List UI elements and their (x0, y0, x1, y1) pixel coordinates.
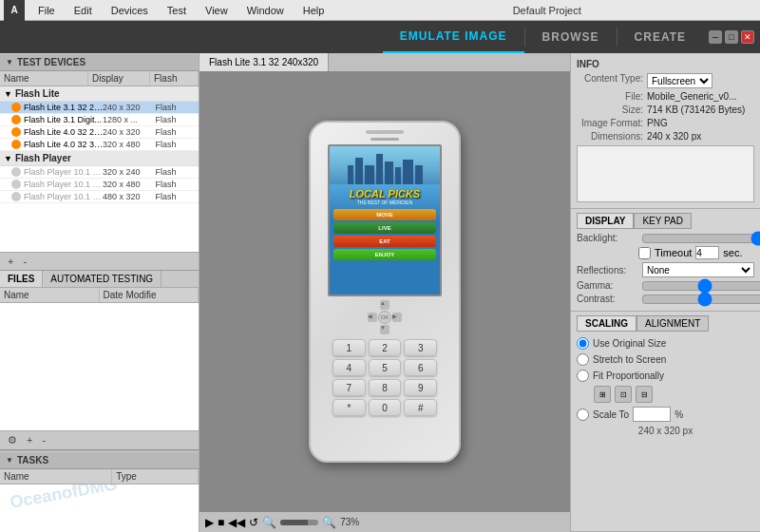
local-picks-text: LOCAL PICKS (332, 188, 438, 200)
fit-prop-radio[interactable] (577, 370, 589, 382)
image-format-row: Image Format: PNG (577, 118, 754, 128)
zoom-slider[interactable] (280, 520, 318, 525)
rewind-icon[interactable]: ◀◀ (228, 516, 245, 529)
building (365, 165, 374, 184)
dpad-down[interactable]: ▼ (380, 325, 390, 334)
files-add-btn[interactable]: + (25, 434, 34, 446)
use-original-radio[interactable] (577, 337, 589, 350)
key-3[interactable]: 3 (404, 339, 437, 356)
menu-test[interactable]: Test (162, 3, 192, 18)
key-2[interactable]: 2 (369, 339, 402, 356)
timeout-row: Timeout sec. (638, 246, 754, 259)
reflections-select[interactable]: None (642, 262, 754, 277)
files-sep-btn[interactable]: - (40, 434, 48, 446)
scale-to-input[interactable] (633, 407, 671, 422)
scale-icon-3[interactable]: ⊟ (636, 386, 653, 403)
key-6[interactable]: 6 (404, 359, 437, 376)
dimensions-value: 240 x 320 px (647, 131, 754, 142)
tasks-table-header: Name Type (0, 469, 199, 484)
dpad-right[interactable]: ▶ (392, 313, 402, 322)
minimize-button[interactable]: ─ (709, 30, 722, 44)
stretch-radio[interactable] (577, 353, 589, 366)
device-row[interactable]: Flash Lite 4.0 32 32... 320 x 480 Flash (0, 139, 199, 151)
automated-testing-tab[interactable]: AUTOMATED TESTING (43, 271, 162, 287)
timeout-input[interactable] (695, 246, 719, 259)
backlight-slider[interactable] (642, 234, 760, 243)
key-8[interactable]: 8 (369, 379, 402, 396)
remove-device-btn[interactable]: - (21, 256, 28, 267)
device-row[interactable]: Flash Player 10.1 3... 480 x 320 Flash (0, 191, 199, 203)
device-display: 480 x 320 (103, 192, 155, 201)
scale-icon-2[interactable]: ⊡ (615, 386, 632, 403)
watermark: OceanofDMG (9, 484, 119, 513)
maximize-button[interactable]: □ (725, 30, 738, 44)
group-flash-lite[interactable]: ▼ Flash Lite (0, 86, 199, 102)
timeout-checkbox[interactable] (638, 247, 651, 259)
files-tab[interactable]: FILES (0, 271, 43, 287)
display-tab[interactable]: DISPLAY (577, 213, 634, 229)
emulate-image-btn[interactable]: EMULATE IMAGE (383, 21, 524, 53)
keypad-tab[interactable]: KEY PAD (634, 213, 691, 229)
refresh-icon[interactable]: ↺ (249, 516, 258, 529)
device-row[interactable]: Flash Player 10.1 3... 320 x 480 Flash (0, 179, 199, 191)
key-0[interactable]: 0 (369, 399, 402, 416)
close-button[interactable]: ✕ (741, 30, 754, 44)
device-row[interactable]: Flash Lite 4.0 32 240... 240 x 320 Flash (0, 126, 199, 139)
play-icon[interactable]: ▶ (205, 516, 214, 529)
menubar: A File Edit Devices Test View Window Hel… (0, 0, 760, 21)
center-tabbar: Flash Lite 3.1 32 240x320 (200, 53, 570, 72)
screen-btn-move[interactable]: MOVE (333, 209, 436, 220)
key-1[interactable]: 1 (332, 339, 366, 356)
group-label-flash-lite: Flash Lite (15, 88, 60, 99)
menu-view[interactable]: View (200, 3, 234, 18)
key-star[interactable]: * (332, 399, 366, 416)
browse-btn[interactable]: BROWSE (525, 21, 617, 53)
files-toolbar: ⚙ + - (0, 430, 199, 450)
files-gear-btn[interactable]: ⚙ (6, 434, 19, 446)
menu-help[interactable]: Help (297, 3, 331, 18)
zoom-in-icon[interactable]: 🔍 (322, 516, 336, 529)
stop-icon[interactable]: ■ (218, 516, 224, 529)
scale-to-label: Scale To (593, 409, 629, 420)
device-row[interactable]: Flash Player 10.1 3... 320 x 240 Flash (0, 166, 199, 179)
scale-to-unit: % (674, 409, 683, 420)
menu-file[interactable]: File (32, 3, 61, 18)
scale-to-radio[interactable] (577, 408, 589, 421)
key-5[interactable]: 5 (369, 359, 402, 376)
group-expand-icon-2: ▼ (4, 154, 12, 163)
screen-btn-eat[interactable]: EAT (333, 236, 436, 247)
device-display: 240 x 320 (103, 103, 155, 112)
dpad-up[interactable]: ▲ (380, 300, 390, 310)
dpad-center[interactable]: OK (378, 311, 391, 324)
screen-title-area: LOCAL PICKS THE BEST OF MERIDIEN (330, 184, 440, 207)
group-flash-player[interactable]: ▼ Flash Player (0, 151, 199, 166)
device-row[interactable]: Flash Lite 3.1 Digit... 1280 x ... Flash (0, 114, 199, 126)
info-preview-box (577, 145, 754, 202)
screen-btn-live[interactable]: LIVE (333, 222, 436, 234)
scale-to-row: Scale To % (577, 407, 754, 422)
menu-window[interactable]: Window (241, 3, 290, 18)
gamma-slider[interactable] (642, 281, 760, 291)
key-9[interactable]: 9 (404, 379, 437, 396)
key-4[interactable]: 4 (332, 359, 366, 376)
key-hash[interactable]: # (404, 399, 437, 416)
add-device-btn[interactable]: + (6, 256, 15, 267)
building (403, 160, 413, 184)
content-type-select[interactable]: Fullscreen (647, 73, 712, 88)
dpad-left[interactable]: ◀ (368, 313, 377, 322)
scale-icon-1[interactable]: ⊞ (594, 386, 611, 403)
alignment-tab[interactable]: ALIGNMENT (636, 315, 709, 332)
contrast-slider[interactable] (642, 294, 760, 304)
scaling-tab[interactable]: SCALING (577, 315, 636, 332)
create-btn[interactable]: CREATE (618, 21, 703, 53)
device-table-header: Name Display Flash (0, 71, 199, 86)
center-tab-active[interactable]: Flash Lite 3.1 32 240x320 (200, 53, 329, 71)
key-7[interactable]: 7 (332, 379, 366, 396)
device-row[interactable]: Flash Lite 3.1 32 240... 240 x 320 Flash (0, 102, 199, 114)
zoom-out-icon[interactable]: 🔍 (262, 516, 276, 529)
tasks-section: ▼ TASKS Name Type OceanofDMG (0, 450, 199, 532)
gamma-label: Gamma: (577, 280, 638, 291)
menu-devices[interactable]: Devices (105, 3, 154, 18)
screen-btn-enjoy[interactable]: ENJOY (333, 249, 436, 260)
menu-edit[interactable]: Edit (68, 3, 98, 18)
